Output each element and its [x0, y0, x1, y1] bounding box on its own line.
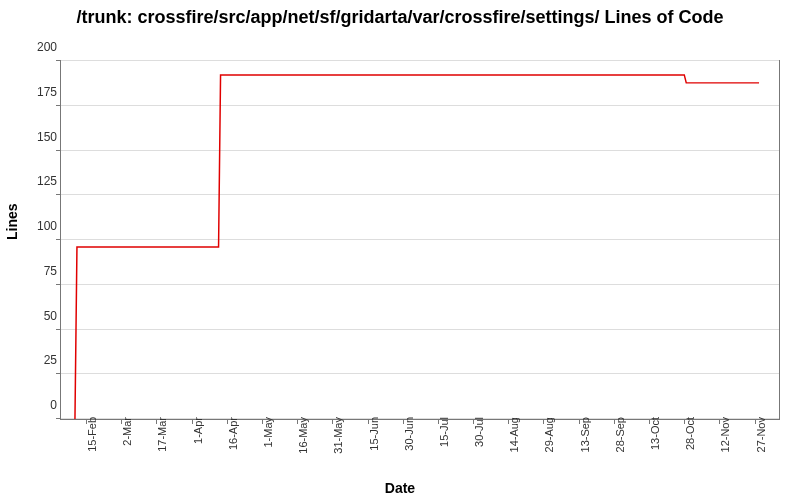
x-tick: 29-Aug [543, 417, 555, 452]
plot-area: 0 25 50 75 100 125 150 175 200 15-Feb 2-… [60, 60, 780, 420]
y-tick: 175 [23, 85, 57, 99]
y-tick: 0 [23, 398, 57, 412]
y-tick: 200 [23, 40, 57, 54]
x-tick: 16-May [297, 417, 309, 454]
y-tick: 125 [23, 174, 57, 188]
x-tick: 1-May [262, 417, 274, 448]
x-tick: 15-Jun [368, 417, 380, 451]
y-tick: 100 [23, 219, 57, 233]
x-tick: 12-Nov [719, 417, 731, 452]
chart-title: /trunk: crossfire/src/app/net/sf/gridart… [0, 6, 800, 29]
loc-chart: /trunk: crossfire/src/app/net/sf/gridart… [0, 0, 800, 500]
y-tick: 50 [23, 309, 57, 323]
x-tick: 16-Apr [227, 417, 239, 450]
y-axis-label: Lines [4, 203, 20, 240]
x-tick: 1-Apr [192, 417, 204, 444]
x-tick: 30-Jul [473, 417, 485, 447]
y-tick: 150 [23, 130, 57, 144]
x-tick: 28-Oct [684, 417, 696, 450]
x-tick: 2-Mar [121, 417, 133, 446]
y-tick: 75 [23, 264, 57, 278]
data-line [61, 61, 779, 419]
x-tick: 30-Jun [403, 417, 415, 451]
x-tick: 13-Oct [649, 417, 661, 450]
x-tick: 31-May [332, 417, 344, 454]
x-tick: 27-Nov [755, 417, 767, 452]
x-tick: 17-Mar [156, 417, 168, 452]
x-tick: 14-Aug [508, 417, 520, 452]
y-tick: 25 [23, 353, 57, 367]
x-tick: 15-Feb [86, 417, 98, 452]
x-tick: 15-Jul [438, 417, 450, 447]
x-axis-label: Date [0, 480, 800, 496]
x-tick: 13-Sep [579, 417, 591, 452]
x-tick: 28-Sep [614, 417, 626, 452]
